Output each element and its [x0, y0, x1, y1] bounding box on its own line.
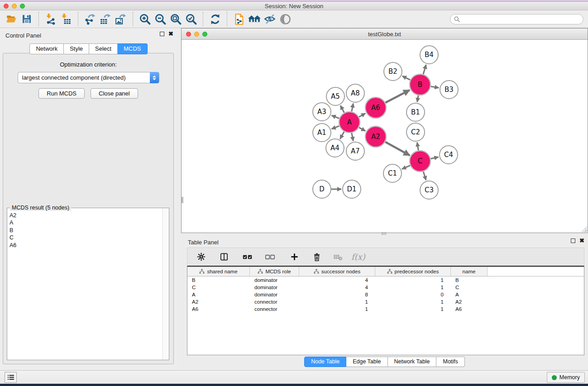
- table-row[interactable]: Adominator80A: [187, 291, 584, 298]
- cell-shared-name[interactable]: C: [187, 285, 250, 290]
- close-panel-button[interactable]: Close panel: [91, 88, 138, 99]
- refresh-button[interactable]: [207, 12, 223, 26]
- cell-predecessor-nodes[interactable]: 1: [375, 306, 451, 312]
- search-input[interactable]: [450, 14, 583, 24]
- graph-edge-A-A6[interactable]: [359, 114, 365, 117]
- graph-edge-A-A3[interactable]: [332, 115, 339, 118]
- task-history-button[interactable]: [5, 372, 17, 383]
- graph-edge-C-C1[interactable]: [402, 166, 410, 169]
- export-image-button[interactable]: [113, 12, 129, 26]
- mcds-result-list[interactable]: A2ABCA6: [7, 210, 163, 360]
- column-header-predecessor-nodes[interactable]: predecessor nodes: [375, 267, 451, 276]
- tab-select[interactable]: Select: [89, 43, 118, 54]
- graph-edge-A-A2[interactable]: [359, 128, 365, 131]
- graph-edge-A2-C[interactable]: [385, 142, 410, 156]
- graph-edge-B-B3[interactable]: [431, 86, 439, 88]
- node-table[interactable]: shared nameMCDS rolesuccessor nodesprede…: [187, 267, 584, 355]
- mcds-result-item[interactable]: A2: [10, 212, 163, 219]
- cell-successor-nodes[interactable]: 1: [299, 306, 375, 312]
- graph-edge-A-A4[interactable]: [340, 132, 344, 139]
- zoom-in-button[interactable]: [137, 12, 153, 26]
- mcds-result-item[interactable]: A: [10, 219, 163, 226]
- cell-name[interactable]: A6: [451, 306, 488, 312]
- graph-edge-C-C4[interactable]: [430, 157, 438, 159]
- graph-edge-A-A7[interactable]: [352, 133, 354, 141]
- cell-predecessor-nodes[interactable]: 1: [375, 277, 451, 283]
- cell-successor-nodes[interactable]: 4: [299, 277, 375, 283]
- optimization-dropdown[interactable]: largest connected component (directed): [18, 72, 159, 83]
- close-panel-icon[interactable]: ✖: [168, 32, 173, 36]
- cell-shared-name[interactable]: A2: [187, 299, 250, 305]
- cell-MCDS-role[interactable]: connector: [250, 306, 299, 312]
- mcds-result-item[interactable]: C: [10, 234, 163, 241]
- column-header-successor-nodes[interactable]: successor nodes: [299, 267, 375, 276]
- cell-name[interactable]: A: [451, 292, 488, 297]
- cell-shared-name[interactable]: A6: [187, 306, 250, 312]
- save-session-button[interactable]: [19, 12, 34, 26]
- graph-edge-A-A8[interactable]: [352, 104, 354, 112]
- float-table-panel-icon[interactable]: [571, 238, 575, 243]
- cell-name[interactable]: A2: [451, 299, 488, 305]
- graph-edge-A6-B[interactable]: [385, 90, 410, 103]
- cell-predecessor-nodes[interactable]: 1: [375, 285, 451, 290]
- export-table-button[interactable]: [98, 12, 113, 26]
- tab-node-table[interactable]: Node Table: [304, 357, 346, 367]
- tab-style[interactable]: Style: [64, 43, 89, 54]
- network-vertical-scrollbar[interactable]: [182, 197, 183, 203]
- table-row[interactable]: A2connector11A2: [187, 298, 584, 305]
- graph-edge-C-C2[interactable]: [417, 143, 419, 151]
- table-settings-button[interactable]: [194, 250, 208, 264]
- add-column-button[interactable]: [287, 250, 301, 264]
- delete-column-button[interactable]: [310, 250, 324, 264]
- column-header-shared-name[interactable]: shared name: [187, 267, 250, 276]
- cell-MCDS-role[interactable]: dominator: [250, 285, 299, 290]
- hide-selected-button[interactable]: [262, 12, 277, 26]
- cell-shared-name[interactable]: A: [187, 292, 250, 297]
- float-panel-icon[interactable]: [160, 32, 164, 36]
- import-network-button[interactable]: [43, 12, 58, 26]
- graph-edge-A-A5[interactable]: [340, 105, 344, 113]
- table-row[interactable]: Cdominator41C: [187, 284, 584, 291]
- tab-network-table[interactable]: Network Table: [388, 357, 437, 367]
- memory-button[interactable]: Memory: [547, 372, 585, 383]
- cell-predecessor-nodes[interactable]: 1: [375, 299, 451, 305]
- home-layout-button[interactable]: [247, 12, 262, 26]
- tab-network[interactable]: Network: [29, 43, 64, 54]
- graph-edge-A-A1[interactable]: [332, 126, 339, 129]
- graph-edge-B-B1[interactable]: [417, 95, 418, 102]
- cell-MCDS-role[interactable]: connector: [250, 299, 299, 305]
- zoom-fit-button[interactable]: [168, 12, 183, 26]
- network-canvas[interactable]: B4B2BB3A8A5A6A3B1AA1C2A2A4A7C4CC1DD1C3: [182, 40, 588, 233]
- deselect-all-button[interactable]: [263, 250, 278, 264]
- mcds-result-scrollbar[interactable]: [163, 208, 169, 360]
- function-builder-button[interactable]: f(x): [351, 250, 365, 264]
- tab-mcds[interactable]: MCDS: [118, 43, 147, 54]
- table-row[interactable]: Bdominator41B: [187, 276, 584, 284]
- select-all-button[interactable]: [240, 250, 255, 264]
- open-file-button[interactable]: [4, 12, 19, 26]
- cell-MCDS-role[interactable]: dominator: [250, 292, 299, 297]
- show-all-button[interactable]: [277, 12, 293, 26]
- cell-predecessor-nodes[interactable]: 0: [375, 292, 451, 297]
- zoom-selected-button[interactable]: [183, 12, 199, 26]
- import-table-button[interactable]: [58, 12, 74, 26]
- window-resize-grip[interactable]: [581, 226, 587, 232]
- close-table-panel-icon[interactable]: ✖: [579, 238, 584, 243]
- network-graph[interactable]: B4B2BB3A8A5A6A3B1AA1C2A2A4A7C4CC1DD1C3: [182, 40, 588, 233]
- export-network-button[interactable]: [82, 12, 98, 26]
- cell-name[interactable]: B: [451, 277, 488, 283]
- mcds-result-item[interactable]: B: [10, 227, 163, 234]
- mcds-result-item[interactable]: A6: [10, 242, 163, 249]
- zoom-out-button[interactable]: [153, 12, 168, 26]
- cell-successor-nodes[interactable]: 8: [299, 292, 375, 297]
- new-session-network-button[interactable]: [231, 12, 247, 26]
- show-column-button[interactable]: [216, 250, 232, 264]
- delete-table-button[interactable]: [330, 250, 346, 264]
- cell-name[interactable]: C: [451, 285, 488, 290]
- tab-motifs[interactable]: Motifs: [436, 357, 464, 367]
- cell-successor-nodes[interactable]: 4: [299, 285, 375, 290]
- cell-shared-name[interactable]: B: [187, 277, 250, 283]
- column-header-name[interactable]: name: [451, 267, 488, 276]
- graph-edge-B-B4[interactable]: [423, 65, 426, 74]
- tab-edge-table[interactable]: Edge Table: [346, 357, 387, 367]
